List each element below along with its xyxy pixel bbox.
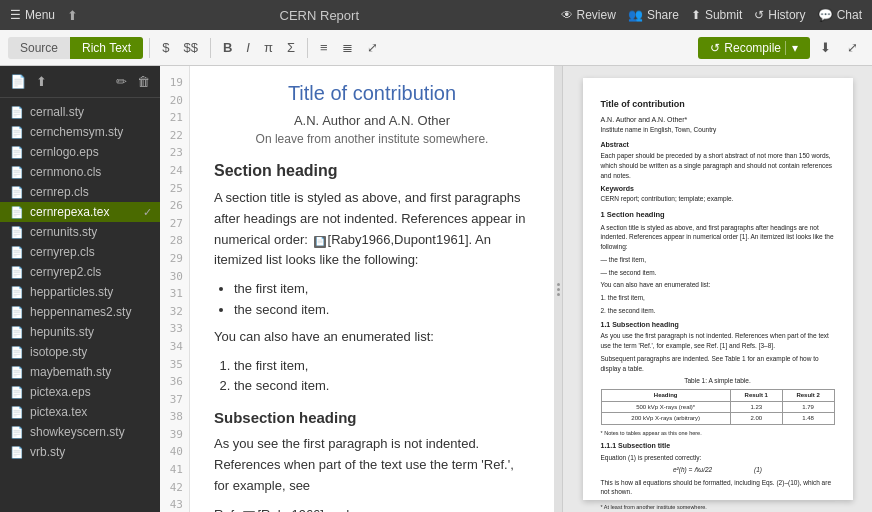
sidebar-file-item[interactable]: 📄cernlogo.eps [0,142,160,162]
pane-splitter[interactable] [554,66,562,512]
sigma-btn[interactable]: Σ [281,36,301,59]
file-icon: 📄 [10,206,24,219]
enum-item-2: the second item. [234,376,530,397]
share-button[interactable]: 👥 Share [628,8,679,22]
top-bar: ☰ Menu ⬆ CERN Report 👁 Review 👥 Share ⬆ … [0,0,872,30]
math-display-btn[interactable]: $$ [177,36,203,59]
preview-doc-title: Title of contribution [601,98,835,111]
preview-after-equation: This is how all equations should be form… [601,478,835,498]
top-bar-right: 👁 Review 👥 Share ⬆ Submit ↺ History 💬 Ch… [561,8,862,22]
italic-btn[interactable]: I [240,36,256,59]
file-icon: 📄 [10,126,24,139]
file-name: cernmono.cls [30,165,101,179]
sidebar-file-item[interactable]: 📄cernrep.cls [0,182,160,202]
enum-item-1: the first item, [234,356,530,377]
menu-button[interactable]: ☰ Menu [10,8,55,22]
source-tab[interactable]: Source [8,37,70,59]
file-icon: 📄 [10,326,24,339]
section-heading-1: Section heading [214,162,530,180]
line-numbers: 1920212223242526272829303132333435363738… [160,66,190,512]
sidebar-file-item[interactable]: 📄vrb.sty [0,442,160,462]
table-cell: 1.79 [782,401,834,412]
chat-icon: 💬 [818,8,833,22]
preview-section1-body: A section title is styled as above, and … [601,223,835,252]
download-btn[interactable]: ⬇ [814,36,837,59]
sidebar-file-item[interactable]: 📄isotope.sty [0,342,160,362]
submit-button[interactable]: ⬆ Submit [691,8,742,22]
file-name: cernyrep.cls [30,245,95,259]
file-name: cernlogo.eps [30,145,99,159]
list-bullet-btn[interactable]: ≡ [314,36,334,59]
table-cell: 1.23 [730,401,782,412]
line-number: 30 [160,268,189,286]
bold-btn[interactable]: B [217,36,238,59]
history-icon: ↺ [754,8,764,22]
sidebar-file-item[interactable]: 📄heppennames2.sty [0,302,160,322]
sidebar-file-item[interactable]: 📄hepunits.sty [0,322,160,342]
sidebar-file-item[interactable]: 📄pictexa.tex [0,402,160,422]
line-number: 41 [160,461,189,479]
file-name: isotope.sty [30,345,87,359]
review-button[interactable]: 👁 Review [561,8,616,22]
sidebar-file-item[interactable]: 📄hepparticles.sty [0,282,160,302]
edit-file-btn[interactable]: ✏ [114,72,129,91]
file-icon: 📄 [10,386,24,399]
line-number: 28 [160,232,189,250]
file-icon: 📄 [10,446,24,459]
upload-file-btn[interactable]: ⬆ [34,72,49,91]
preview-enum-note: You can also have an enumerated list: [601,280,835,290]
line-number: 40 [160,443,189,461]
toolbar-separator-1 [149,38,150,58]
line-number: 19 [160,74,189,92]
ref1-line: Ref. 📄[Raby1966] and [214,505,530,512]
toolbar-separator-3 [307,38,308,58]
expand-preview-btn[interactable]: ⤢ [841,36,864,59]
editor-content[interactable]: Title of contribution A.N. Author and A.… [190,66,554,512]
preview-equation-label: Equation (1) is presented correctly: [601,453,835,463]
bullet-item-2: the second item. [234,300,530,321]
rich-text-tab[interactable]: Rich Text [70,37,143,59]
history-button[interactable]: ↺ History [754,8,805,22]
new-file-btn[interactable]: 📄 [8,72,28,91]
toolbar-right: ↺ Recompile ▾ ⬇ ⤢ [698,36,864,59]
preview-table: Heading Result 1 Result 2 500 kVp X-rays… [601,389,835,424]
table-cell: 2.00 [730,413,782,424]
sidebar-file-item[interactable]: 📄cernmono.cls [0,162,160,182]
delete-file-btn[interactable]: 🗑 [135,72,152,91]
file-name: pictexa.tex [30,405,87,419]
toolbar: Source Rich Text $ $$ B I π Σ ≡ ≣ ⤢ ↺ Re… [0,30,872,66]
sidebar-file-item[interactable]: 📄maybemath.sty [0,362,160,382]
table-row: 500 kVp X-rays (real)*1.231.79 [601,401,834,412]
math-inline-btn[interactable]: $ [156,36,175,59]
sidebar-file-item[interactable]: 📄cernyrep2.cls [0,262,160,282]
file-list: 📄cernall.sty📄cernchemsym.sty📄cernlogo.ep… [0,98,160,512]
pi-btn[interactable]: π [258,36,279,59]
list-enum-btn[interactable]: ≣ [336,36,359,59]
file-icon: 📄 [10,266,24,279]
table-cell: 200 kVp X-rays (arbitrary) [601,413,730,424]
enum-list: the first item, the second item. [234,356,530,398]
recompile-icon: ↺ [710,41,720,55]
chat-button[interactable]: 💬 Chat [818,8,862,22]
sidebar-file-item[interactable]: 📄cernyrep.cls [0,242,160,262]
main-area: 📄 ⬆ ✏ 🗑 📄cernall.sty📄cernchemsym.sty📄cer… [0,66,872,512]
file-icon: 📄 [10,286,24,299]
recompile-button[interactable]: ↺ Recompile ▾ [698,37,810,59]
file-name: cernrep.cls [30,185,89,199]
expand-editor-btn[interactable]: ⤢ [361,36,384,59]
preview-scroll[interactable]: Title of contribution A.N. Author and A.… [563,66,872,512]
sidebar-file-item[interactable]: 📄cernunits.sty [0,222,160,242]
line-number: 36 [160,373,189,391]
recompile-dropdown-arrow[interactable]: ▾ [785,41,798,55]
sidebar-file-item[interactable]: 📄cernrepexa.tex✓ [0,202,160,222]
sidebar-file-item[interactable]: 📄cernchemsym.sty [0,122,160,142]
top-bar-left: ☰ Menu ⬆ [10,8,78,23]
preview-affil: Institute name in English, Town, Country [601,125,835,134]
preview-equation: e²(h) = ℏω/22 (1) [601,465,835,474]
ref-icon-1: 📄 [314,236,326,248]
preview-enum1: 1. the first item, [601,293,835,303]
sidebar-file-item[interactable]: 📄pictexa.eps [0,382,160,402]
sidebar-file-item[interactable]: 📄showkeyscern.sty [0,422,160,442]
sidebar-file-item[interactable]: 📄cernall.sty [0,102,160,122]
file-name: heppennames2.sty [30,305,131,319]
